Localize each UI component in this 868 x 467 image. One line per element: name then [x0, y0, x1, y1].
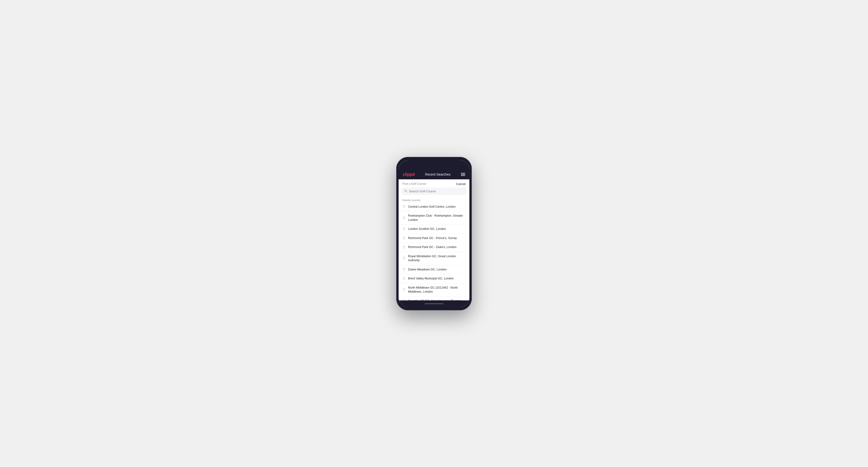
- course-name: Central London Golf Centre, London: [408, 205, 456, 209]
- svg-point-8: [404, 269, 404, 269]
- pin-icon: [402, 288, 406, 291]
- search-input[interactable]: [409, 189, 464, 193]
- pin-icon: [402, 237, 406, 240]
- course-name: Brent Valley Municipal GC, London: [408, 277, 454, 281]
- pin-icon: [402, 216, 406, 220]
- svg-point-6: [404, 246, 404, 247]
- nav-title: Recent Searches: [425, 173, 450, 176]
- list-item[interactable]: Richmond Park GC - Prince's, Surrey: [399, 234, 469, 243]
- find-header: Find a Golf Course Cancel: [399, 179, 469, 188]
- course-name: Royal Wimbledon GC, Great London Authori…: [408, 254, 466, 262]
- svg-point-2: [404, 206, 404, 206]
- svg-point-9: [404, 278, 404, 278]
- list-item[interactable]: Royal Wimbledon GC, Great London Authori…: [399, 252, 469, 265]
- menu-line-3: [461, 175, 465, 176]
- menu-line-1: [461, 173, 465, 174]
- course-name: Roehampton Club - Roehampton, Greater Lo…: [408, 214, 466, 222]
- nav-bar: clippd Recent Searches: [399, 170, 469, 179]
- course-name: Coombe Hill GC, Kingston upon Thames: [408, 299, 461, 301]
- svg-line-1: [406, 192, 407, 192]
- cancel-button[interactable]: Cancel: [456, 182, 466, 186]
- app-logo: clippd: [403, 172, 415, 177]
- list-item[interactable]: North Middlesex GC (1011942 - North Midd…: [399, 283, 469, 297]
- search-box[interactable]: [401, 188, 467, 195]
- phone-frame: clippd Recent Searches Find a Golf Cours…: [396, 157, 472, 310]
- main-content: Find a Golf Course Cancel Nearby courses: [399, 179, 469, 301]
- nearby-label: Nearby courses: [399, 197, 469, 203]
- notch: [423, 163, 445, 169]
- menu-line-2: [461, 174, 465, 175]
- course-name: London Scottish GC, London: [408, 227, 446, 231]
- pin-icon: [402, 277, 406, 280]
- courses-list: Central London Golf Centre, London Roeha…: [399, 203, 469, 301]
- svg-point-10: [404, 289, 404, 289]
- pin-icon: [402, 268, 406, 271]
- course-name: North Middlesex GC (1011942 - North Midd…: [408, 286, 466, 294]
- svg-point-3: [404, 217, 404, 218]
- list-item[interactable]: Richmond Park GC - Duke's, London: [399, 243, 469, 252]
- course-name: Richmond Park GC - Duke's, London: [408, 245, 457, 249]
- svg-point-4: [404, 228, 404, 229]
- svg-point-7: [404, 257, 404, 258]
- menu-icon[interactable]: [461, 173, 465, 176]
- home-bar: [425, 303, 443, 304]
- phone-screen: clippd Recent Searches Find a Golf Cours…: [399, 160, 469, 307]
- list-item[interactable]: Brent Valley Municipal GC, London: [399, 274, 469, 283]
- pin-icon: [402, 299, 406, 300]
- home-indicator: [399, 301, 469, 307]
- list-item[interactable]: Dukes Meadows GC, London: [399, 265, 469, 275]
- svg-point-5: [404, 237, 404, 238]
- search-icon: [404, 189, 408, 193]
- pin-icon: [402, 227, 406, 231]
- list-item[interactable]: Coombe Hill GC, Kingston upon Thames: [399, 297, 469, 301]
- status-bar: [399, 160, 469, 170]
- list-item[interactable]: Central London Golf Centre, London: [399, 203, 469, 212]
- course-name: Dukes Meadows GC, London: [408, 268, 446, 272]
- pin-icon: [402, 205, 406, 208]
- svg-point-0: [405, 190, 407, 192]
- pin-icon: [402, 246, 406, 249]
- list-item[interactable]: London Scottish GC, London: [399, 225, 469, 234]
- search-container: [399, 188, 469, 197]
- find-label: Find a Golf Course: [402, 182, 426, 185]
- list-item[interactable]: Roehampton Club - Roehampton, Greater Lo…: [399, 212, 469, 225]
- course-name: Richmond Park GC - Prince's, Surrey: [408, 236, 457, 241]
- pin-icon: [402, 257, 406, 260]
